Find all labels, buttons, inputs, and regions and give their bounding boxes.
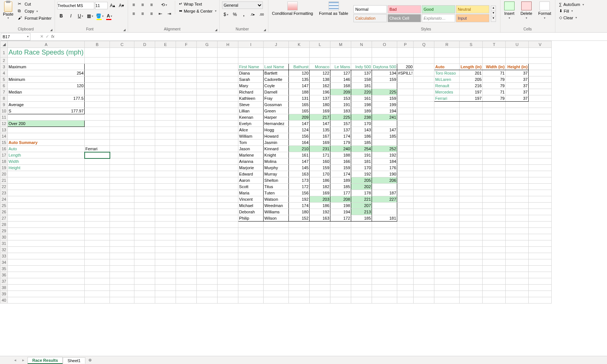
cell-B3[interactable] [85, 64, 110, 70]
cell-D29[interactable] [134, 228, 155, 234]
conditional-formatting-button[interactable]: Conditional Formatting [270, 1, 316, 16]
cell-T25[interactable] [483, 203, 506, 209]
cell-S32[interactable] [460, 247, 483, 253]
cell-U12[interactable] [506, 121, 529, 127]
cell-J33[interactable] [264, 253, 289, 259]
cell-L20[interactable]: 170 [310, 171, 330, 177]
cell-D40[interactable] [134, 297, 155, 304]
cell-P11[interactable] [397, 114, 414, 121]
gallery-down-icon[interactable]: ▾ [491, 11, 496, 16]
cell-G21[interactable] [197, 177, 218, 184]
cell-E15[interactable] [155, 140, 176, 146]
cell-C26[interactable] [110, 209, 134, 215]
row-header-5[interactable]: 5 [0, 76, 8, 83]
cell-R34[interactable] [434, 259, 460, 266]
row-header-9[interactable]: 9 [0, 102, 8, 108]
cell-P21[interactable] [397, 177, 414, 184]
cell-L11[interactable]: 217 [310, 114, 330, 121]
cell-J6[interactable]: Coyle [264, 83, 289, 89]
cut-button[interactable]: ✂Cut [16, 1, 53, 7]
cell-U1[interactable] [506, 48, 529, 58]
cell-I29[interactable] [238, 228, 264, 234]
cell-F36[interactable] [176, 272, 197, 278]
cell-K32[interactable] [289, 247, 310, 253]
cell-A15[interactable]: Auto Summary [8, 140, 85, 146]
cell-G32[interactable] [197, 247, 218, 253]
cell-C31[interactable] [110, 240, 134, 247]
cell-D2[interactable] [134, 58, 155, 64]
cell-M27[interactable]: 172 [330, 215, 351, 222]
paste-button[interactable]: Paste ▾ [1, 1, 15, 20]
cell-H32[interactable] [218, 247, 238, 253]
cell-J17[interactable]: Knight [264, 152, 289, 158]
cell-J25[interactable]: Weedman [264, 203, 289, 209]
cell-U8[interactable]: 37 [506, 95, 529, 102]
cell-V9[interactable] [529, 102, 552, 108]
cell-F26[interactable] [176, 209, 197, 215]
cell-S12[interactable] [460, 121, 483, 127]
cell-V39[interactable] [529, 291, 552, 297]
cell-H10[interactable] [218, 108, 238, 114]
cell-E14[interactable] [155, 133, 176, 140]
cell-V30[interactable] [529, 234, 552, 240]
cell-C32[interactable] [110, 247, 134, 253]
cell-H39[interactable] [218, 291, 238, 297]
cell-K1[interactable] [289, 48, 310, 58]
cell-T20[interactable] [483, 171, 506, 177]
cell-J9[interactable]: Gossman [264, 102, 289, 108]
cell-N8[interactable]: 161 [351, 95, 372, 102]
cell-K29[interactable] [289, 228, 310, 234]
cell-U14[interactable] [506, 133, 529, 140]
row-header-6[interactable]: 6 [0, 83, 8, 89]
cell-L9[interactable]: 180 [310, 102, 330, 108]
cell-A21[interactable] [8, 177, 85, 184]
cell-O28[interactable] [372, 222, 397, 228]
cell-P19[interactable] [397, 165, 414, 171]
cell-E13[interactable] [155, 127, 176, 133]
cell-I7[interactable]: Richard [238, 89, 264, 95]
cell-F11[interactable] [176, 114, 197, 121]
cell-B13[interactable] [85, 127, 110, 133]
cell-S1[interactable] [460, 48, 483, 58]
cell-I6[interactable]: Mary [238, 83, 264, 89]
cell-S39[interactable] [460, 291, 483, 297]
cell-G19[interactable] [197, 165, 218, 171]
cell-E33[interactable] [155, 253, 176, 259]
cell-M19[interactable]: 159 [330, 165, 351, 171]
number-launcher-icon[interactable]: ◢ [264, 28, 267, 32]
cell-B4[interactable] [85, 70, 110, 76]
cell-L37[interactable] [310, 278, 330, 285]
cell-M30[interactable] [330, 234, 351, 240]
cell-C20[interactable] [110, 171, 134, 177]
cell-K19[interactable]: 145 [289, 165, 310, 171]
cell-R27[interactable] [434, 215, 460, 222]
cell-C39[interactable] [110, 291, 134, 297]
cell-J13[interactable]: Hogg [264, 127, 289, 133]
cell-F13[interactable] [176, 127, 197, 133]
col-header-B[interactable]: B [85, 41, 110, 48]
cell-M37[interactable] [330, 278, 351, 285]
cell-H33[interactable] [218, 253, 238, 259]
cell-M29[interactable] [330, 228, 351, 234]
cell-F33[interactable] [176, 253, 197, 259]
cell-I30[interactable] [238, 234, 264, 240]
cell-D34[interactable] [134, 259, 155, 266]
cell-S3[interactable]: Length (in) [460, 64, 483, 70]
cell-K36[interactable] [289, 272, 310, 278]
cell-T39[interactable] [483, 291, 506, 297]
cell-U21[interactable] [506, 177, 529, 184]
cell-F21[interactable] [176, 177, 197, 184]
cell-H7[interactable] [218, 89, 238, 95]
cell-C36[interactable] [110, 272, 134, 278]
cell-K7[interactable]: 188 [289, 89, 310, 95]
percent-format-icon[interactable]: % [231, 10, 239, 19]
cell-R36[interactable] [434, 272, 460, 278]
cell-V35[interactable] [529, 266, 552, 272]
italic-button[interactable]: I [67, 12, 75, 20]
cell-O24[interactable]: 227 [372, 196, 397, 203]
decrease-indent-icon[interactable]: ⇤ [156, 10, 164, 18]
cell-J16[interactable]: Kinnard [264, 146, 289, 152]
cell-A28[interactable] [8, 222, 85, 228]
cell-J10[interactable]: Green [264, 108, 289, 114]
cell-P20[interactable] [397, 171, 414, 177]
